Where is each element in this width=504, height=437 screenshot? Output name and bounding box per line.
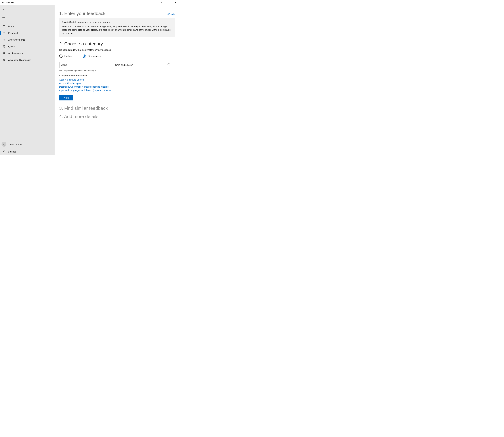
step-2-heading: 2. Choose a category (59, 41, 175, 46)
sidebar-item-achievements[interactable]: Achievements (0, 50, 55, 57)
refresh-button[interactable] (167, 63, 171, 67)
svg-point-15 (3, 151, 4, 152)
feedback-type-radios: Problem Suggestion (59, 55, 175, 58)
avatar (1, 142, 6, 147)
diagnostics-icon (2, 59, 6, 61)
main-content: 1. Enter your feedback Edit Snip & Sketc… (55, 5, 179, 155)
maximize-button[interactable] (165, 0, 172, 5)
sidebar-item-settings[interactable]: Settings (0, 148, 55, 155)
window-title: Feedback Hub (1, 1, 158, 4)
sidebar-item-label: Advanced Diagnostics (8, 59, 31, 61)
sidebar-item-label: Settings (8, 150, 16, 153)
category-prompt: Select a category that best matches your… (59, 49, 175, 51)
edit-label: Edit (171, 13, 175, 16)
close-button[interactable] (172, 0, 179, 5)
sidebar-item-label: Announcements (8, 39, 25, 41)
sidebar-item-home[interactable]: Home (0, 23, 55, 30)
recommendation-link[interactable]: Apps > All other apps (59, 82, 175, 85)
sidebar-item-label: Quests (8, 45, 16, 48)
award-icon (2, 52, 6, 55)
sidebar-item-label: Home (8, 25, 14, 28)
step-3-heading: 3. Find similar feedback (59, 106, 175, 111)
select-value: Snip and Sketch (115, 64, 133, 67)
gear-icon (2, 150, 5, 153)
feedback-summary: Snip & Sketch app should have a zoom fea… (59, 18, 175, 37)
user-name: Cora Thomas (9, 143, 22, 146)
hamburger-button[interactable] (0, 15, 55, 21)
svg-point-9 (3, 52, 5, 53)
minimize-button[interactable] (158, 0, 165, 5)
radio-circle-icon (83, 55, 86, 58)
sidebar-item-label: Achievements (8, 52, 23, 55)
next-button[interactable]: Next (59, 95, 73, 100)
sidebar-item-announcements[interactable]: Announcements (0, 36, 55, 43)
radio-label: Suggestion (88, 55, 101, 58)
radio-suggestion[interactable]: Suggestion (83, 55, 101, 58)
titlebar: Feedback Hub (0, 0, 179, 5)
home-icon (2, 25, 6, 28)
sidebar-item-diagnostics[interactable]: Advanced Diagnostics (0, 57, 55, 63)
refresh-icon (167, 63, 170, 67)
chevron-down-icon (160, 64, 162, 67)
recommendation-link[interactable]: Input and Language > Clipboard (Copy and… (59, 89, 175, 91)
step-1-heading: 1. Enter your feedback (59, 11, 105, 16)
feedback-body: You should be able to zoom in on an imag… (62, 25, 172, 35)
sidebar: Home Feedback Announcements (0, 5, 55, 155)
megaphone-icon (2, 38, 6, 41)
category-select-secondary[interactable]: Snip and Sketch (113, 62, 164, 68)
pencil-icon (167, 13, 170, 16)
back-button[interactable] (0, 6, 55, 12)
sidebar-item-label: Feedback (8, 32, 18, 34)
arrow-left-icon (2, 8, 6, 10)
user-account[interactable]: Cora Thomas (0, 140, 55, 148)
chevron-down-icon (106, 64, 108, 67)
feedback-title: Snip & Sketch app should have a zoom fea… (62, 21, 172, 23)
radio-problem[interactable]: Problem (59, 55, 74, 58)
recommendations-heading: Category recommendations (59, 74, 175, 77)
nav: Home Feedback Announcements (0, 23, 55, 63)
sidebar-item-feedback[interactable]: Feedback (0, 30, 55, 36)
next-label: Next (64, 97, 69, 99)
svg-point-12 (3, 143, 4, 144)
sidebar-item-quests[interactable]: Quests (0, 43, 55, 50)
category-select-primary[interactable]: Apps (59, 62, 110, 68)
feedback-icon (2, 31, 6, 34)
step-4-heading: 4. Add more details (59, 114, 175, 119)
svg-rect-1 (168, 2, 169, 3)
map-icon (2, 45, 6, 48)
recommendation-link[interactable]: Apps > Snip and Sketch (59, 78, 175, 81)
edit-button[interactable]: Edit (167, 13, 175, 18)
svg-point-8 (3, 32, 4, 33)
radio-label: Problem (64, 55, 74, 58)
app-window: Feedback Hub (0, 0, 179, 155)
recommendation-link[interactable]: Desktop Environment > Troubleshooting wi… (59, 85, 175, 88)
select-value: Apps (61, 64, 67, 67)
radio-circle-icon (59, 55, 62, 58)
window-controls (158, 0, 179, 5)
updated-hint: List of apps last updated 2 seconds ago (59, 69, 175, 71)
hamburger-icon (2, 17, 5, 20)
